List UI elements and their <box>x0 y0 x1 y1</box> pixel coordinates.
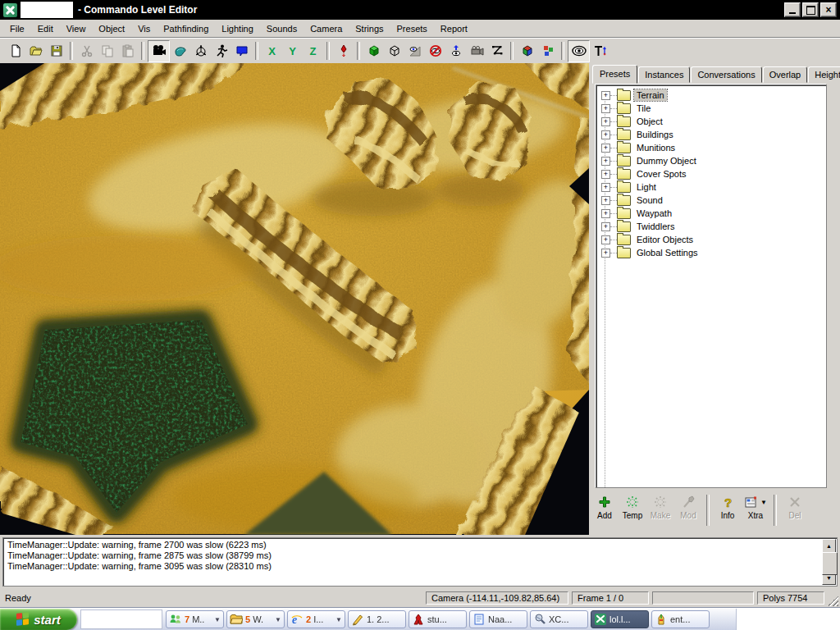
tree-item-sound[interactable]: +Sound <box>598 194 824 207</box>
presets-tree[interactable]: +Terrain +Tile +Object +Buildings +Munit… <box>596 84 827 488</box>
runner-button[interactable] <box>211 41 231 62</box>
quick-launch-area[interactable] <box>80 609 162 629</box>
menu-file[interactable]: File <box>3 21 31 36</box>
maximize-button[interactable] <box>802 2 819 17</box>
expander-icon[interactable]: + <box>601 157 610 166</box>
cube-solid-button[interactable] <box>363 41 384 62</box>
tab-presets[interactable]: Presets <box>592 65 637 84</box>
menu-object[interactable]: Object <box>92 21 131 36</box>
system-tray[interactable] <box>736 609 840 630</box>
tab-instances[interactable]: Instances <box>638 66 690 83</box>
level-3d-viewport[interactable] <box>0 63 589 535</box>
tree-item-label[interactable]: Tile <box>634 103 653 114</box>
taskbar-item-xc[interactable]: XC... <box>530 610 588 628</box>
tab-overlap[interactable]: Overlap <box>763 66 808 83</box>
menu-pathfinding[interactable]: Pathfinding <box>157 21 215 36</box>
flag-button[interactable] <box>231 41 252 62</box>
open-button[interactable] <box>25 41 46 62</box>
expander-icon[interactable]: + <box>601 196 610 205</box>
tree-item-waypath[interactable]: +Waypath <box>598 207 824 220</box>
dots-rgb-button[interactable] <box>537 41 558 62</box>
cut-button[interactable] <box>76 41 97 62</box>
expander-icon[interactable]: + <box>601 117 610 126</box>
axis-y-button[interactable]: Y <box>282 41 303 62</box>
xtra-dropdown-icon[interactable]: ▼ <box>760 499 767 506</box>
expander-icon[interactable]: + <box>601 222 610 231</box>
tree-item-tile[interactable]: +Tile <box>598 102 824 115</box>
paste-button[interactable] <box>117 41 138 62</box>
expander-icon[interactable]: + <box>601 144 610 153</box>
taskbar-item-ent[interactable]: ent... <box>651 610 710 628</box>
tree-item-label[interactable]: Munitions <box>634 142 678 153</box>
titlebar[interactable]: - Commando Level Editor × <box>0 0 840 20</box>
eye-toggle-button[interactable] <box>568 40 590 62</box>
tree-item-label[interactable]: Object <box>634 116 665 127</box>
tree-item-dummy-object[interactable]: +Dummy Object <box>598 154 824 167</box>
tree-item-buildings[interactable]: +Buildings <box>598 128 824 141</box>
taskbar-item-naa[interactable]: Naa... <box>469 610 527 628</box>
tree-item-label[interactable]: Editor Objects <box>634 234 696 245</box>
vis-raise-button[interactable] <box>445 41 466 62</box>
menu-lighting[interactable]: Lighting <box>215 21 260 36</box>
tab-heightfield[interactable]: Heightfield <box>808 66 840 83</box>
cube-wire-button[interactable] <box>384 41 404 62</box>
text-labels-button[interactable] <box>590 41 610 62</box>
copy-button[interactable] <box>97 41 117 62</box>
tree-item-label[interactable]: Cover Spots <box>634 168 689 180</box>
expander-icon[interactable]: + <box>601 209 610 218</box>
axis-gizmo-button[interactable] <box>190 41 211 62</box>
vis-off-button[interactable] <box>425 41 445 62</box>
vis-partial-button[interactable] <box>404 41 425 62</box>
tree-item-label[interactable]: Terrain <box>634 89 667 101</box>
tree-item-global-settings[interactable]: +Global Settings <box>598 246 824 259</box>
temp-button[interactable]: Temp <box>619 491 646 520</box>
expander-icon[interactable]: + <box>601 235 610 244</box>
close-button[interactable]: × <box>820 2 837 17</box>
tree-item-light[interactable]: +Light <box>598 180 824 194</box>
expander-icon[interactable]: + <box>601 183 610 192</box>
save-button[interactable] <box>46 41 66 62</box>
tree-item-label[interactable]: Global Settings <box>634 247 701 258</box>
resize-grip[interactable] <box>828 596 838 606</box>
tree-item-cover-spots[interactable]: +Cover Spots <box>598 167 824 180</box>
menu-report[interactable]: Report <box>434 21 474 36</box>
taskbar-group-messenger[interactable]: 7 M.. ▼ <box>166 610 224 628</box>
add-button[interactable]: Add <box>591 491 619 520</box>
expander-icon[interactable]: + <box>601 249 610 258</box>
tree-item-label[interactable]: Dummy Object <box>634 155 699 167</box>
axis-x-button[interactable]: X <box>262 41 282 62</box>
tree-item-twiddlers[interactable]: +Twiddlers <box>598 220 824 233</box>
new-button[interactable] <box>5 41 25 62</box>
tree-item-label[interactable]: Light <box>634 181 659 193</box>
tree-item-label[interactable]: Waypath <box>634 208 674 219</box>
tree-item-munitions[interactable]: +Munitions <box>598 141 824 154</box>
start-button[interactable]: start <box>0 609 77 630</box>
info-button[interactable]: ? Info <box>714 491 742 520</box>
cube-rgb-button[interactable] <box>517 41 537 62</box>
tree-item-label[interactable]: Buildings <box>634 129 676 140</box>
tree-item-object[interactable]: +Object <box>598 115 824 128</box>
tree-item-editor-objects[interactable]: +Editor Objects <box>598 233 824 246</box>
taskbar-item-stu[interactable]: stu... <box>409 610 467 628</box>
expander-icon[interactable]: + <box>601 170 610 179</box>
projector-button[interactable] <box>466 41 486 62</box>
taskbar-group-internet[interactable]: e 2 I... ▼ <box>287 610 345 628</box>
group-dropdown-icon[interactable]: ▼ <box>275 616 281 623</box>
menu-vis[interactable]: Vis <box>131 21 157 36</box>
menu-strings[interactable]: Strings <box>349 21 390 36</box>
scroll-thumb[interactable] <box>822 552 838 575</box>
group-dropdown-icon[interactable]: ▼ <box>214 616 221 623</box>
select-brush-button[interactable] <box>170 41 190 62</box>
group-dropdown-icon[interactable]: ▼ <box>336 616 342 623</box>
tab-conversations[interactable]: Conversations <box>691 66 761 83</box>
menu-camera[interactable]: Camera <box>304 21 349 36</box>
menu-view[interactable]: View <box>60 21 93 36</box>
log-output[interactable]: TimeManager::Update: warning, frame 2700… <box>2 537 838 587</box>
camera-view-button[interactable] <box>148 40 170 62</box>
minimize-button[interactable] <box>784 2 801 17</box>
taskbar-item-document[interactable]: 1. 2... <box>348 610 406 628</box>
expander-icon[interactable]: + <box>601 104 610 113</box>
menu-edit[interactable]: Edit <box>31 21 60 36</box>
xtra-button[interactable]: ▼ Xtra <box>742 491 769 520</box>
expander-icon[interactable]: + <box>601 130 610 139</box>
